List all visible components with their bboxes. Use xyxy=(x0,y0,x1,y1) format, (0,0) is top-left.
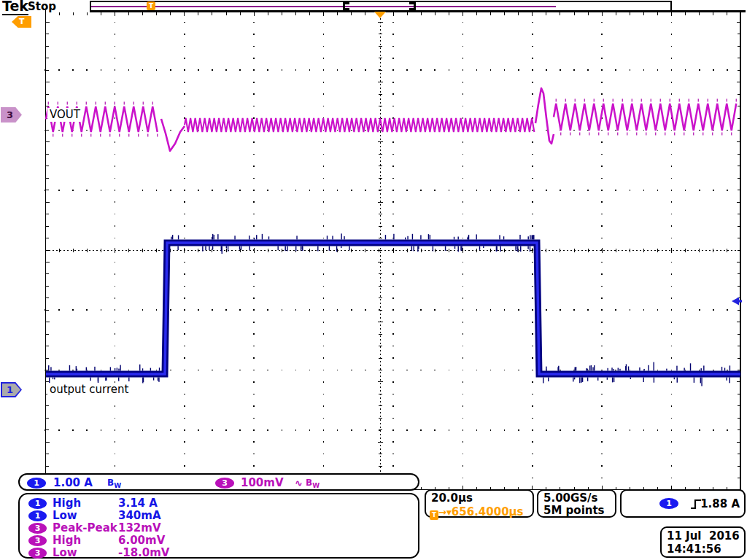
meas-value: 132mV xyxy=(118,522,161,534)
meas-ch-badge: 1 xyxy=(28,510,47,521)
channel-scale-readout-bar[interactable]: 1 1.00 A BW 3 100mV ∿ BW xyxy=(18,473,419,491)
ch1-scale-readout[interactable]: 1.00 A xyxy=(53,477,93,489)
meas-value: 6.00mV xyxy=(118,534,165,547)
measurement-row: 1 Low 340mA xyxy=(20,510,418,522)
record-waveform-preview xyxy=(91,6,556,7)
measurement-row: 3 Peak-Peak 132mV xyxy=(20,522,418,534)
ch3-trace-label: VOUT xyxy=(47,108,82,122)
window-bracket-left-icon xyxy=(343,2,349,10)
meas-name: Peak-Peak xyxy=(53,522,117,534)
delay-marker-icon: ▼ xyxy=(446,509,452,516)
ch1-trace-label: output current xyxy=(47,383,131,397)
delay-trigger-icon: T xyxy=(430,510,438,520)
measurement-readout-box[interactable]: 1 High 3.14 A 1 Low 340mA 3 Peak-Peak 13… xyxy=(18,493,419,559)
trigger-source-badge: 1 xyxy=(659,498,678,509)
timebase-scale: 20.0µs xyxy=(431,492,473,505)
ch3-scale-readout[interactable]: 100mV xyxy=(241,477,284,489)
ch1-reference-marker-inner: 1 xyxy=(2,384,20,396)
measurement-row: 3 High 6.00mV xyxy=(20,534,418,547)
window-bracket-right-icon xyxy=(409,2,416,10)
ch1-badge[interactable]: 1 xyxy=(27,478,46,489)
bw-b: B xyxy=(306,478,312,488)
delay-arrow-icon: → xyxy=(438,507,446,518)
meas-ch-badge: 3 xyxy=(28,535,47,546)
acquisition-status: Stop xyxy=(28,0,56,13)
expansion-point-icon xyxy=(374,12,386,18)
ch3-badge[interactable]: 3 xyxy=(215,478,234,489)
measurement-row: 3 Low -18.0mV xyxy=(20,547,418,559)
trigger-readout-box[interactable]: 1 1.88 A xyxy=(620,489,746,518)
oscilloscope-screen: Tek Stop T T 3 1 VOUT output current 1 1… xyxy=(0,0,747,560)
bw-w: W xyxy=(114,482,121,489)
meas-name: Low xyxy=(53,547,77,559)
meas-name: High xyxy=(53,534,81,547)
time-text: 14:41:56 xyxy=(667,543,721,556)
record-length: 5M points xyxy=(543,505,605,517)
datetime-box: 11 Jul 2016 14:41:56 xyxy=(660,526,746,558)
meas-value: 340mA xyxy=(118,510,161,522)
meas-ch-badge: 1 xyxy=(28,498,47,509)
bw-b: B xyxy=(107,478,114,488)
timebase-readout-box[interactable]: 20.0µs T→▼656.4000µs xyxy=(425,489,534,518)
meas-name: Low xyxy=(53,510,77,522)
delay-value: 656.4000µs xyxy=(452,505,524,518)
graticule-top-border xyxy=(90,10,746,12)
acquisition-readout-box[interactable]: 5.00GS/s 5M points xyxy=(537,489,616,518)
ch3-bandwidth-limit-icon: BW xyxy=(306,477,320,492)
meas-ch-badge: 3 xyxy=(28,523,47,534)
meas-value: -18.0mV xyxy=(118,547,169,559)
meas-ch-badge: 3 xyxy=(28,548,47,559)
meas-name: High xyxy=(53,497,81,510)
sample-rate: 5.00GS/s xyxy=(543,492,598,505)
ch1-bandwidth-limit-icon: BW xyxy=(107,477,121,492)
record-trigger-position-icon: T xyxy=(147,1,155,10)
horizontal-delay-readout: T→▼656.4000µs xyxy=(430,505,524,516)
tek-logo: Tek xyxy=(2,0,28,15)
meas-value: 3.14 A xyxy=(118,497,158,510)
trigger-level-value: 1.88 A xyxy=(700,498,740,510)
bw-w: W xyxy=(312,482,320,489)
ch3-ac-coupling-icon: ∿ xyxy=(295,477,303,489)
date-text: 11 Jul 2016 xyxy=(667,530,740,542)
measurement-row: 1 High 3.14 A xyxy=(20,497,418,510)
